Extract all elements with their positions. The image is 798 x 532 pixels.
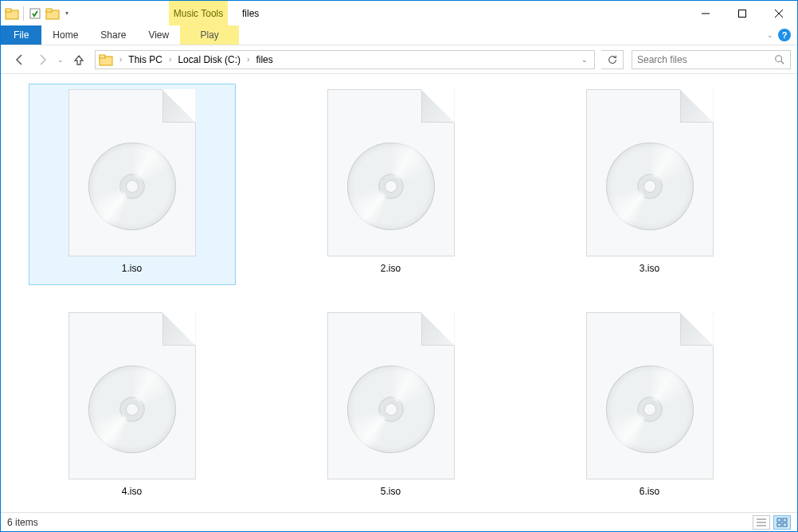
tab-file[interactable]: File <box>1 25 41 45</box>
ribbon-tabs: File Home Share View Play ⌄ ? <box>1 25 797 45</box>
contextual-tab-header: Music Tools <box>169 1 228 25</box>
chevron-right-icon[interactable]: › <box>115 55 127 64</box>
refresh-button[interactable] <box>601 50 624 69</box>
svg-rect-16 <box>777 518 781 522</box>
file-item[interactable]: 2.iso <box>261 84 520 307</box>
ribbon-collapse-caret-icon[interactable]: ⌄ <box>767 31 773 39</box>
file-item[interactable]: 4.iso <box>2 307 261 512</box>
navigation-bar: ⌄ › This PC › Local Disk (C:) › files ⌄ <box>1 45 797 74</box>
properties-icon[interactable] <box>27 6 43 22</box>
title-bar: ▾ Music Tools files <box>1 1 797 25</box>
iso-file-icon <box>327 89 455 256</box>
svg-line-12 <box>781 61 784 64</box>
file-name-label: 4.iso <box>122 486 142 497</box>
minimize-button[interactable] <box>687 1 724 25</box>
svg-rect-17 <box>783 518 787 522</box>
quick-access-toolbar: ▾ <box>1 1 73 25</box>
file-item[interactable]: 6.iso <box>520 307 779 512</box>
file-item[interactable]: 5.iso <box>261 307 520 512</box>
file-name-label: 1.iso <box>122 263 142 274</box>
status-bar: 6 items <box>1 512 797 531</box>
file-name-label: 2.iso <box>381 263 401 274</box>
file-name-label: 6.iso <box>640 486 659 497</box>
address-history-caret-icon[interactable]: ⌄ <box>577 56 593 64</box>
new-folder-icon[interactable] <box>45 6 61 22</box>
recent-locations-caret-icon[interactable]: ⌄ <box>55 50 66 69</box>
file-name-label: 3.iso <box>640 263 659 274</box>
iso-file-icon <box>68 89 196 256</box>
tab-view[interactable]: View <box>137 25 180 45</box>
chevron-right-icon[interactable]: › <box>164 55 176 64</box>
iso-file-icon <box>586 312 714 479</box>
svg-rect-6 <box>739 10 746 17</box>
large-icons-view-button[interactable] <box>773 515 791 530</box>
qat-separator <box>23 6 24 21</box>
up-button[interactable] <box>69 50 88 69</box>
window-controls <box>687 1 797 25</box>
explorer-window: ▾ Music Tools files File Home Share View… <box>0 0 798 532</box>
back-button[interactable] <box>10 50 29 69</box>
svg-rect-18 <box>777 523 781 526</box>
iso-file-icon <box>586 89 714 256</box>
file-view[interactable]: 1.iso2.iso3.iso4.iso5.iso6.iso <box>1 74 797 512</box>
tab-share[interactable]: Share <box>89 25 137 45</box>
folder-icon <box>4 6 20 22</box>
forward-button[interactable] <box>33 50 52 69</box>
svg-rect-19 <box>783 523 787 526</box>
window-title: files <box>228 1 687 25</box>
address-bar[interactable]: › This PC › Local Disk (C:) › files ⌄ <box>95 50 595 69</box>
chevron-right-icon[interactable]: › <box>242 55 254 64</box>
file-name-label: 5.iso <box>381 486 401 497</box>
svg-rect-10 <box>100 55 105 58</box>
folder-icon <box>97 51 115 68</box>
iso-file-icon <box>327 312 455 479</box>
maximize-button[interactable] <box>724 1 761 25</box>
breadcrumb-folder[interactable]: files <box>254 54 274 65</box>
svg-rect-1 <box>6 9 11 12</box>
close-button[interactable] <box>761 1 797 25</box>
file-item[interactable]: 1.iso <box>2 84 261 307</box>
svg-rect-4 <box>46 9 52 12</box>
svg-point-11 <box>776 55 782 61</box>
search-box[interactable] <box>632 50 791 69</box>
tab-play[interactable]: Play <box>180 25 239 45</box>
breadcrumb-this-pc[interactable]: This PC <box>127 54 164 65</box>
search-icon[interactable] <box>774 54 785 65</box>
details-view-button[interactable] <box>753 515 770 530</box>
breadcrumb-drive[interactable]: Local Disk (C:) <box>176 54 242 65</box>
file-item[interactable]: 3.iso <box>520 84 779 307</box>
help-icon[interactable]: ? <box>778 29 791 41</box>
tab-home[interactable]: Home <box>41 25 89 45</box>
item-count: 6 items <box>7 517 38 528</box>
search-input[interactable] <box>637 54 774 65</box>
qat-customize-caret-icon[interactable]: ▾ <box>62 10 72 17</box>
iso-file-icon <box>68 312 196 479</box>
